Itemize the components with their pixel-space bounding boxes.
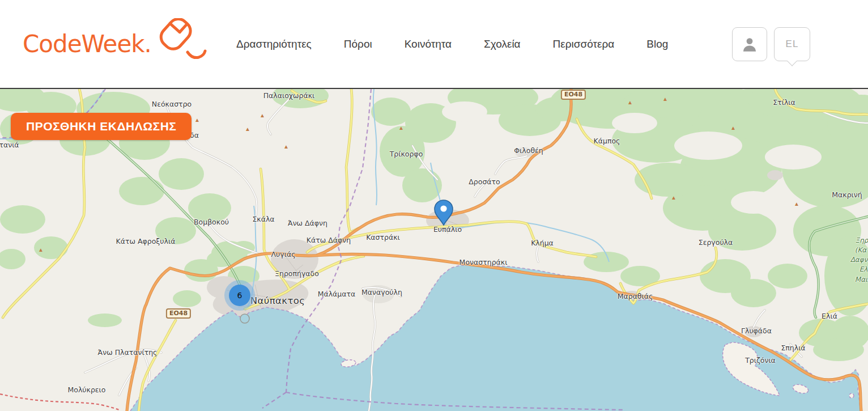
nav-item[interactable]: Δραστηριότητες <box>236 38 312 50</box>
language-code: EL <box>786 39 799 50</box>
harbor-basin <box>240 314 249 323</box>
profile-button[interactable] <box>732 27 767 61</box>
nav-item[interactable]: Περισσότερα <box>553 38 615 50</box>
event-marker-pin[interactable] <box>433 199 454 226</box>
main-nav: ΔραστηριότητεςΠόροιΚοινότηταΣχολείαΠερισ… <box>236 38 668 50</box>
nav-item[interactable]: Κοινότητα <box>405 38 452 50</box>
add-event-button[interactable]: ΠΡΟΣΘΗΚΗ ΕΚΔΗΛΩΣΗΣ <box>11 113 192 140</box>
event-cluster-marker[interactable]: 6 <box>224 280 255 311</box>
nav-item[interactable]: Σχολεία <box>484 38 521 50</box>
mouse-icon <box>152 18 207 67</box>
site-header: CodeWeek. ΔραστηριότητεςΠόροιΚοινότηταΣχ… <box>0 0 868 88</box>
nav-item[interactable]: Πόροι <box>344 38 372 50</box>
user-icon <box>740 35 759 54</box>
logo-text: CodeWeek. <box>23 30 151 58</box>
language-selector[interactable]: EL <box>774 27 810 61</box>
event-cluster-count: 6 <box>229 285 250 306</box>
nav-item[interactable]: Blog <box>646 38 668 50</box>
codeweek-logo[interactable]: CodeWeek. <box>23 22 207 67</box>
header-actions: EL <box>732 27 868 61</box>
events-map[interactable]: ▲▲▲▲▲▲▲▲▲▲▲▲ ΠαλαιοχωράκιΝεόκαστροΣτίλια… <box>0 88 868 411</box>
